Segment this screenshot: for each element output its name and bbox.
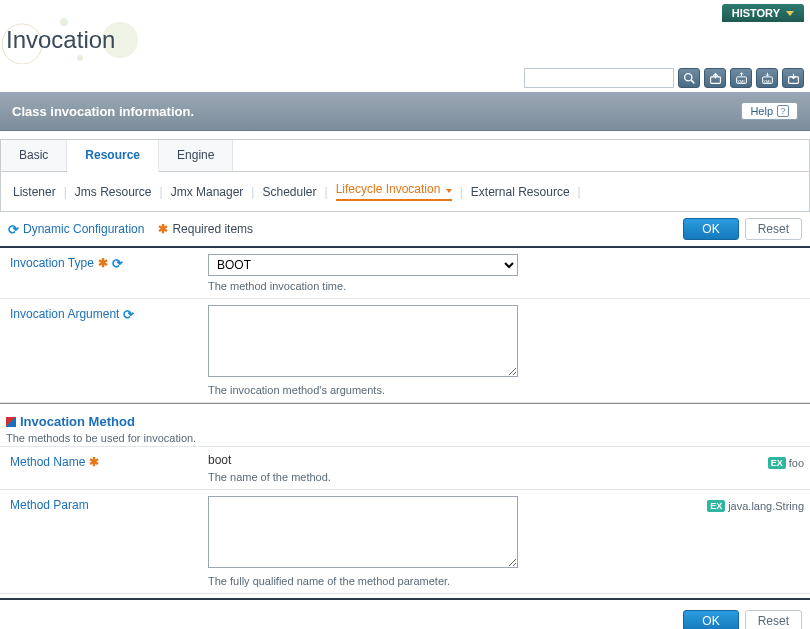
required-icon: ✱ bbox=[158, 222, 168, 236]
import-icon-button[interactable] bbox=[782, 68, 804, 88]
svg-point-3 bbox=[77, 55, 83, 61]
export-icon-button-1[interactable] bbox=[704, 68, 726, 88]
chevron-down-icon bbox=[786, 11, 794, 16]
method-name-value: boot bbox=[208, 453, 682, 467]
example-method-param: EX java.lang.String bbox=[707, 500, 804, 512]
subnav-listener[interactable]: Listener bbox=[13, 185, 56, 199]
dynamic-icon: ⟳ bbox=[8, 222, 19, 237]
subsection-title: Invocation Method bbox=[6, 414, 804, 429]
svg-point-1 bbox=[60, 18, 68, 26]
tab-resource[interactable]: Resource bbox=[67, 140, 159, 172]
subnav-scheduler[interactable]: Scheduler bbox=[262, 185, 316, 199]
hint-method-name: The name of the method. bbox=[208, 471, 682, 483]
ok-button-bottom[interactable]: OK bbox=[683, 610, 738, 629]
legend-dynamic: ⟳ Dynamic Configuration bbox=[8, 222, 144, 237]
dynamic-icon: ⟳ bbox=[123, 307, 134, 322]
svg-point-4 bbox=[684, 73, 691, 80]
help-label: Help bbox=[750, 105, 773, 117]
history-button[interactable]: HISTORY bbox=[722, 4, 804, 22]
hint-method-param: The fully qualified name of the method p… bbox=[208, 575, 682, 587]
help-icon: ? bbox=[777, 105, 789, 117]
subnav-jms-resource[interactable]: Jms Resource bbox=[75, 185, 152, 199]
ok-button-top[interactable]: OK bbox=[683, 218, 738, 240]
legend-required: ✱ Required items bbox=[158, 222, 253, 236]
hint-invocation-argument: The invocation method's arguments. bbox=[208, 384, 682, 396]
label-method-name: Method Name ✱ bbox=[0, 447, 200, 489]
example-badge-icon: EX bbox=[768, 457, 786, 469]
xml-export-icon-button-1[interactable]: XML bbox=[730, 68, 752, 88]
method-param-textarea[interactable] bbox=[208, 496, 518, 568]
search-button[interactable] bbox=[678, 68, 700, 88]
search-input[interactable] bbox=[524, 68, 674, 88]
label-invocation-type: Invocation Type ✱ ⟳ bbox=[0, 248, 200, 298]
section-header-title: Class invocation information. bbox=[12, 104, 194, 119]
required-icon: ✱ bbox=[98, 256, 108, 270]
reset-button-top[interactable]: Reset bbox=[745, 218, 802, 240]
subnav-external-resource[interactable]: External Resource bbox=[471, 185, 570, 199]
svg-text:XML: XML bbox=[737, 78, 746, 83]
invocation-type-select[interactable]: BOOT bbox=[208, 254, 518, 276]
flag-icon bbox=[6, 417, 16, 427]
help-button[interactable]: Help ? bbox=[741, 102, 798, 120]
xml-export-icon-button-2[interactable]: XML bbox=[756, 68, 778, 88]
example-method-name: EX foo bbox=[768, 457, 804, 469]
reset-button-bottom[interactable]: Reset bbox=[745, 610, 802, 629]
dynamic-icon: ⟳ bbox=[112, 256, 123, 271]
caret-down-icon bbox=[446, 189, 452, 193]
label-method-param: Method Param bbox=[0, 490, 200, 593]
example-badge-icon: EX bbox=[707, 500, 725, 512]
hint-invocation-type: The method invocation time. bbox=[208, 280, 682, 292]
label-invocation-argument: Invocation Argument ⟳ bbox=[0, 299, 200, 402]
tab-engine[interactable]: Engine bbox=[159, 140, 233, 171]
svg-text:XML: XML bbox=[763, 78, 772, 83]
subsection-desc: The methods to be used for invocation. bbox=[6, 432, 804, 444]
page-title: Invocation bbox=[0, 26, 810, 54]
subnav-lifecycle-invocation[interactable]: Lifecycle Invocation bbox=[336, 182, 452, 196]
history-label: HISTORY bbox=[732, 7, 780, 19]
subnav-jmx-manager[interactable]: Jmx Manager bbox=[171, 185, 244, 199]
required-icon: ✱ bbox=[89, 455, 99, 469]
invocation-argument-textarea[interactable] bbox=[208, 305, 518, 377]
tab-basic[interactable]: Basic bbox=[1, 140, 67, 171]
svg-line-5 bbox=[691, 80, 694, 83]
